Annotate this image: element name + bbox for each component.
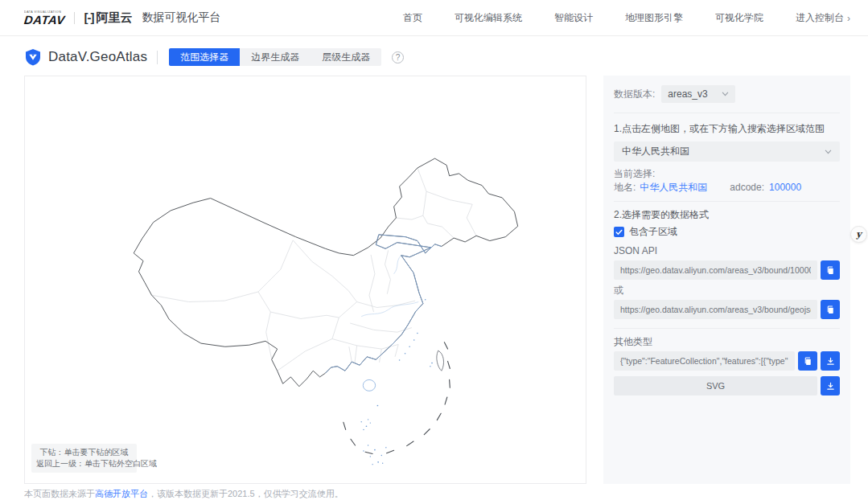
aliyun-bracket-icon: [-] bbox=[84, 10, 93, 24]
data-version-label: 数据版本: bbox=[614, 88, 655, 101]
include-children-label: 包含子区域 bbox=[629, 225, 677, 239]
region-select[interactable]: 中华人民共和国 bbox=[614, 141, 840, 162]
coastline bbox=[326, 235, 442, 373]
tab-bar: 范围选择器 边界生成器 层级生成器 bbox=[169, 48, 381, 66]
platform-title: 数据可视化平台 bbox=[142, 10, 220, 25]
geoatlas-shield-icon bbox=[24, 48, 42, 66]
copy-icon bbox=[825, 265, 836, 276]
chevron-down-icon bbox=[722, 92, 729, 96]
console-link-label: 进入控制台 bbox=[796, 11, 844, 25]
brand-group: DATA VISUALIZATION DATAV [-] 阿里云 数据可视化平台 bbox=[24, 10, 220, 26]
adcode-label: adcode: bbox=[730, 182, 764, 194]
copy-geojson-text-button[interactable] bbox=[798, 351, 817, 371]
brand-divider bbox=[74, 12, 75, 24]
divider bbox=[614, 328, 840, 329]
geojson-url-input[interactable] bbox=[614, 300, 817, 319]
divider bbox=[614, 201, 840, 202]
copy-icon bbox=[803, 356, 813, 367]
taiwan-island bbox=[437, 350, 444, 371]
step2-label: 2.选择需要的数据格式 bbox=[614, 209, 840, 221]
svg-label-bar: SVG bbox=[614, 376, 817, 395]
top-nav: 首页 可视化编辑系统 智能设计 地理图形引擎 可视化学院 进入控制台 › bbox=[403, 0, 850, 36]
download-icon bbox=[825, 356, 836, 367]
rivers bbox=[361, 256, 418, 317]
help-icon[interactable]: ? bbox=[392, 51, 404, 64]
geoatlas-toolbar: DataV.GeoAtlas 范围选择器 边界生成器 层级生成器 ? bbox=[24, 45, 404, 69]
other-types-label: 其他类型 bbox=[614, 336, 840, 348]
tooltip-line-1: 下钻：单击要下钻的区域 bbox=[36, 447, 132, 458]
copy-icon bbox=[825, 305, 836, 315]
china-map[interactable] bbox=[25, 76, 586, 483]
json-api-label: JSON API bbox=[614, 245, 840, 257]
download-geojson-button[interactable] bbox=[821, 351, 840, 371]
include-children-checkbox[interactable] bbox=[614, 227, 624, 237]
copy-json-api-button[interactable] bbox=[821, 260, 840, 280]
datav-logo[interactable]: DATA VISUALIZATION DATAV bbox=[24, 10, 65, 26]
footer-suffix: ，该版本数据更新于2021.5，仅供学习交流使用。 bbox=[148, 489, 343, 498]
datav-logo-text: DATAV bbox=[23, 14, 66, 26]
nav-item-home[interactable]: 首页 bbox=[403, 11, 422, 25]
geojson-url-row bbox=[614, 300, 840, 319]
data-version-value: areas_v3 bbox=[668, 88, 707, 100]
feedback-widget[interactable]: y bbox=[850, 226, 867, 243]
include-children-row: 包含子区域 bbox=[614, 225, 840, 239]
drilldown-tooltip: 下钻：单击要下钻的区域 返回上一级：单击下钻外空白区域 bbox=[31, 444, 137, 473]
divider bbox=[614, 113, 840, 113]
nav-item-geo-engine[interactable]: 地理图形引擎 bbox=[625, 11, 683, 25]
amap-platform-link[interactable]: 高德开放平台 bbox=[95, 489, 148, 498]
copy-geojson-url-button[interactable] bbox=[821, 300, 840, 319]
data-source-note: 本页面数据来源于高德开放平台，该版本数据更新于2021.5，仅供学习交流使用。 bbox=[24, 488, 343, 500]
selection-detail-row: 地名: 中华人民共和国 adcode: 100000 bbox=[614, 182, 840, 194]
tab-level-generator[interactable]: 层级生成器 bbox=[311, 48, 381, 66]
region-select-value: 中华人民共和国 bbox=[622, 145, 689, 158]
download-icon bbox=[825, 381, 836, 391]
province-borders bbox=[152, 168, 477, 371]
title-divider bbox=[157, 51, 158, 64]
data-version-row: 数据版本: areas_v3 bbox=[614, 85, 840, 103]
json-api-input[interactable] bbox=[614, 260, 817, 280]
geojson-text-row bbox=[614, 351, 840, 371]
geoatlas-page: DATA VISUALIZATION DATAV [-] 阿里云 数据可视化平台… bbox=[0, 0, 868, 500]
aliyun-logo-text: 阿里云 bbox=[96, 10, 132, 26]
top-header: DATA VISUALIZATION DATAV [-] 阿里云 数据可视化平台… bbox=[0, 0, 868, 36]
tooltip-line-2: 返回上一级：单击下钻外空白区域 bbox=[36, 458, 132, 469]
national-border bbox=[134, 158, 517, 387]
console-link[interactable]: 进入控制台 › bbox=[796, 11, 850, 25]
place-label: 地名: bbox=[614, 182, 636, 194]
download-svg-button[interactable] bbox=[821, 376, 840, 395]
tab-range-selector[interactable]: 范围选择器 bbox=[169, 48, 240, 66]
nine-dash-line bbox=[343, 342, 450, 454]
page-title: DataV.GeoAtlas bbox=[48, 49, 147, 65]
step1-label: 1.点击左侧地图，或在下方输入搜索选择区域范围 bbox=[614, 123, 840, 135]
adcode-value-link[interactable]: 100000 bbox=[769, 182, 801, 194]
data-version-select[interactable]: areas_v3 bbox=[661, 85, 735, 103]
map-panel: 下钻：单击要下钻的区域 返回上一级：单击下钻外空白区域 bbox=[24, 76, 586, 484]
json-api-row bbox=[614, 260, 840, 280]
svg-download-row: SVG bbox=[614, 376, 840, 395]
settings-sidebar: 数据版本: areas_v3 1.点击左侧地图，或在下方输入搜索选择区域范围 中… bbox=[603, 76, 850, 484]
aliyun-logo[interactable]: [-] 阿里云 bbox=[84, 10, 132, 26]
tab-boundary-generator[interactable]: 边界生成器 bbox=[240, 48, 311, 66]
nav-item-editor[interactable]: 可视化编辑系统 bbox=[455, 11, 522, 25]
footer-prefix: 本页面数据来源于 bbox=[24, 489, 95, 498]
hainan-island bbox=[363, 379, 375, 391]
current-selection-label: 当前选择: bbox=[614, 168, 840, 180]
place-value-link[interactable]: 中华人民共和国 bbox=[640, 182, 707, 194]
chevron-right-icon: › bbox=[847, 13, 850, 24]
chevron-down-icon bbox=[825, 150, 832, 154]
check-icon bbox=[615, 229, 623, 236]
nav-item-academy[interactable]: 可视化学院 bbox=[715, 11, 763, 25]
nav-item-smart-design[interactable]: 智能设计 bbox=[554, 11, 593, 25]
geojson-text-input[interactable] bbox=[614, 351, 795, 371]
or-label: 或 bbox=[614, 285, 840, 297]
